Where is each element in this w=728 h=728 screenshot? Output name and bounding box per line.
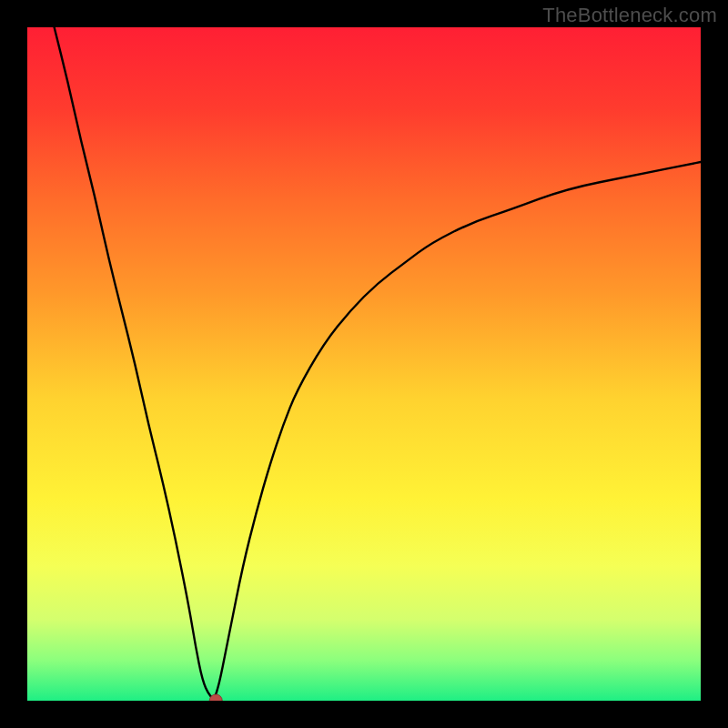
chart-stage: TheBottleneck.com: [0, 0, 728, 728]
plot-background: [27, 27, 701, 701]
bottleneck-plot: [27, 27, 701, 701]
watermark-text: TheBottleneck.com: [542, 4, 717, 27]
